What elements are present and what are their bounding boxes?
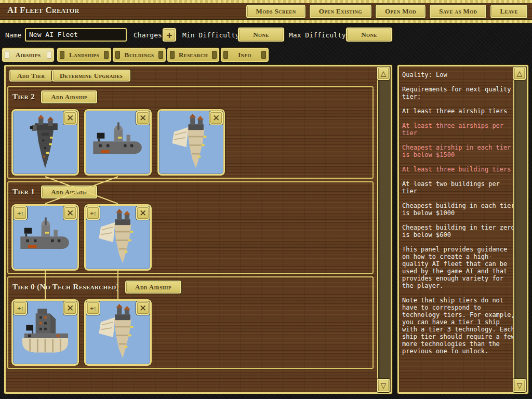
guidance-paragraph: This panel provides guidance on how to c… xyxy=(402,246,515,289)
min-difficulty-button[interactable]: None xyxy=(238,28,284,42)
add-upgrade-button[interactable]: +↑ xyxy=(86,301,100,315)
mods-screen-button[interactable]: Mods Screen xyxy=(246,5,305,18)
airship-card-tan-cruiser[interactable]: +↑ ✕ xyxy=(84,299,152,366)
requirement-item: Cheapest building in tier zero is below … xyxy=(402,224,515,238)
tab-buildings[interactable]: Buildings xyxy=(113,48,166,62)
tier-1-add-airship-button[interactable]: Add Airship xyxy=(41,185,97,198)
add-charge-button[interactable]: + xyxy=(163,28,176,42)
tier-2-add-airship-button[interactable]: Add Airship xyxy=(41,90,97,103)
tier-1-section: Tier 1 Add Airship +↑ ✕ +↑ ✕ xyxy=(7,181,374,274)
requirement-item: At least three airship tiers xyxy=(402,108,515,115)
airship-card-tan-cruiser[interactable]: ✕ xyxy=(157,109,225,176)
quality-status: Quality: Low xyxy=(402,71,515,78)
remove-airship-button[interactable]: ✕ xyxy=(136,206,150,220)
open-existing-button[interactable]: Open Existing xyxy=(310,5,371,18)
remove-airship-button[interactable]: ✕ xyxy=(63,206,77,220)
header: AI Fleet Creator Mods Screen Open Existi… xyxy=(0,3,532,20)
tier-2-label: Tier 2 xyxy=(12,92,35,101)
requirement-item: Cheapest building in each tier is below … xyxy=(402,202,515,217)
remove-airship-button[interactable]: ✕ xyxy=(63,301,77,315)
tier-0-add-airship-button[interactable]: Add Airship xyxy=(125,281,181,294)
tier-1-label: Tier 1 xyxy=(12,188,35,196)
requirement-item-unmet: At least three airships per tier xyxy=(402,122,515,137)
save-as-mod-button[interactable]: Save as Mod xyxy=(430,5,486,18)
tier-0-section: Tier 0 (No Tech Researched) Add Airship … xyxy=(7,276,374,369)
tier-0-label: Tier 0 (No Tech Researched) xyxy=(12,283,119,291)
add-upgrade-button[interactable]: +↑ xyxy=(14,301,27,315)
requirement-item: At least two buildings per tier xyxy=(402,180,515,195)
determine-upgrades-button[interactable]: Determine Upgrades xyxy=(52,70,130,82)
charges-label: Charges xyxy=(134,31,162,39)
requirements-heading: Requirements for next quality tier: xyxy=(402,86,515,100)
guidance-paragraph: Note that ship tiers do not have to corr… xyxy=(402,297,515,355)
add-tier-button[interactable]: Add Tier xyxy=(9,70,52,82)
tab-research[interactable]: Research xyxy=(167,48,219,62)
tab-end-cap xyxy=(60,51,64,59)
leave-button[interactable]: Leave xyxy=(490,5,527,18)
quality-panel: Quality: Low Requirements for next quali… xyxy=(397,65,528,394)
tab-end-cap xyxy=(115,51,120,59)
tab-end-cap xyxy=(47,51,51,59)
remove-airship-button[interactable]: ✕ xyxy=(136,301,150,315)
airship-card-tan-cruiser[interactable]: +↑ ✕ xyxy=(84,204,152,271)
max-difficulty-button[interactable]: None xyxy=(346,28,392,42)
requirement-item-unmet: At least three building tiers xyxy=(402,166,515,173)
airship-card-grey-submarine[interactable]: +↑ ✕ xyxy=(11,204,79,271)
quality-guidance-text: Quality: Low Requirements for next quali… xyxy=(402,71,515,362)
scroll-up-button[interactable]: △ xyxy=(513,66,526,80)
header-bottom-trim xyxy=(0,20,532,23)
tier-2-section: Tier 2 Add Airship ✕ ✕ ✕ xyxy=(7,86,374,179)
remove-airship-button[interactable]: ✕ xyxy=(209,111,223,125)
max-difficulty-label: Max Difficulty xyxy=(289,31,346,39)
fleet-name-input[interactable]: New AI Fleet xyxy=(25,28,127,42)
tab-end-cap xyxy=(170,51,175,59)
name-label: Name xyxy=(5,31,21,39)
page-title: AI Fleet Creator xyxy=(7,5,79,16)
open-mod-button[interactable]: Open Mod xyxy=(376,5,425,18)
remove-airship-button[interactable]: ✕ xyxy=(63,111,77,125)
scroll-up-button[interactable]: △ xyxy=(377,66,390,80)
scroll-down-button[interactable]: ▽ xyxy=(513,379,526,392)
tab-landships[interactable]: Landships xyxy=(57,48,111,62)
add-upgrade-button[interactable]: +↑ xyxy=(86,206,100,220)
tab-end-cap xyxy=(158,51,163,59)
fleet-panel: Add Tier Determine Upgrades Tier 2 Add A… xyxy=(4,65,392,394)
ai-fleet-creator-screen: AI Fleet Creator Mods Screen Open Existi… xyxy=(0,0,532,399)
requirement-item-unmet: Cheapest airship in each tier is below $… xyxy=(402,144,515,158)
remove-airship-button[interactable]: ✕ xyxy=(136,111,150,125)
add-upgrade-button[interactable]: +↑ xyxy=(14,206,27,220)
tab-airships[interactable]: Airships xyxy=(2,48,54,62)
airship-card-dark-cruiser[interactable]: ✕ xyxy=(11,109,79,176)
scroll-down-button[interactable]: ▽ xyxy=(377,379,390,392)
airship-card-grey-submarine[interactable]: ✕ xyxy=(84,109,152,176)
tab-end-cap xyxy=(5,51,9,59)
fleet-panel-scrollbar[interactable]: △ ▽ xyxy=(377,66,391,392)
tab-info[interactable]: Info xyxy=(221,48,269,62)
quality-panel-scrollbar[interactable]: △ ▽ xyxy=(513,66,527,392)
header-buttons: Mods Screen Open Existing Open Mod Save … xyxy=(246,5,527,18)
min-difficulty-label: Min Difficulty xyxy=(182,31,240,39)
tab-end-cap xyxy=(223,51,228,59)
tab-end-cap xyxy=(104,51,109,59)
tab-end-cap xyxy=(212,51,217,59)
airship-card-tan-gunboat[interactable]: +↑ ✕ xyxy=(11,299,79,366)
tab-end-cap xyxy=(261,51,266,59)
